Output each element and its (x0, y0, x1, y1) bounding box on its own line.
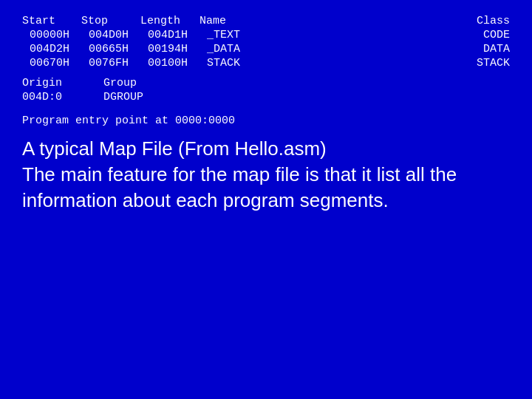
row1-length: 004D1H (148, 29, 207, 41)
origin-header-label: Origin (22, 77, 81, 89)
row1-class: CODE (436, 29, 510, 41)
origin-row: 004D:0 DGROUP (22, 91, 510, 103)
origin-value: 004D:0 (22, 91, 81, 103)
table-row: 004D2H 00665H 00194H _DATA DATA (22, 43, 510, 55)
row1-stop: 004D0H (89, 29, 148, 41)
header-class: Class (436, 15, 510, 27)
row2-start: 004D2H (30, 43, 89, 55)
header-name: Name (200, 15, 288, 27)
header-start: Start (22, 15, 81, 27)
row2-class: DATA (436, 43, 510, 55)
row2-length: 00194H (148, 43, 207, 55)
origin-section: Origin Group 004D:0 DGROUP (22, 77, 510, 103)
main-container: Start Stop Length Name Class 00000H 004D… (0, 0, 532, 399)
row3-class: STACK (436, 57, 510, 69)
table-header-row: Start Stop Length Name Class (22, 15, 510, 27)
row3-stop: 0076FH (89, 57, 148, 69)
row-left-3: 00670H 0076FH 00100H STACK (22, 57, 296, 69)
row1-start: 00000H (30, 29, 89, 41)
header-stop: Stop (81, 15, 140, 27)
program-entry-line: Program entry point at 0000:0000 (22, 115, 510, 127)
row3-name: STACK (207, 57, 296, 69)
description-line3: information about each program segments. (22, 188, 510, 214)
row-left-2: 004D2H 00665H 00194H _DATA (22, 43, 296, 55)
group-value: DGROUP (103, 91, 177, 103)
row2-stop: 00665H (89, 43, 148, 55)
header-length: Length (140, 15, 200, 27)
table-row: 00000H 004D0H 004D1H _TEXT CODE (22, 29, 510, 41)
table-row: 00670H 0076FH 00100H STACK STACK (22, 57, 510, 69)
description-line2: The main feature for the map file is tha… (22, 162, 510, 188)
row3-length: 00100H (148, 57, 207, 69)
row1-name: _TEXT (207, 29, 296, 41)
row3-start: 00670H (30, 57, 89, 69)
table-left-headers: Start Stop Length Name (22, 15, 288, 27)
origin-header: Origin Group (22, 77, 510, 89)
description-line1: A typical Map File (From Hello.asm) (22, 136, 510, 162)
row2-name: _DATA (207, 43, 296, 55)
program-entry-text: Program entry point at 0000:0000 (22, 115, 235, 127)
description-block: A typical Map File (From Hello.asm) The … (22, 136, 510, 214)
group-header-label: Group (103, 77, 177, 89)
row-left-1: 00000H 004D0H 004D1H _TEXT (22, 29, 296, 41)
